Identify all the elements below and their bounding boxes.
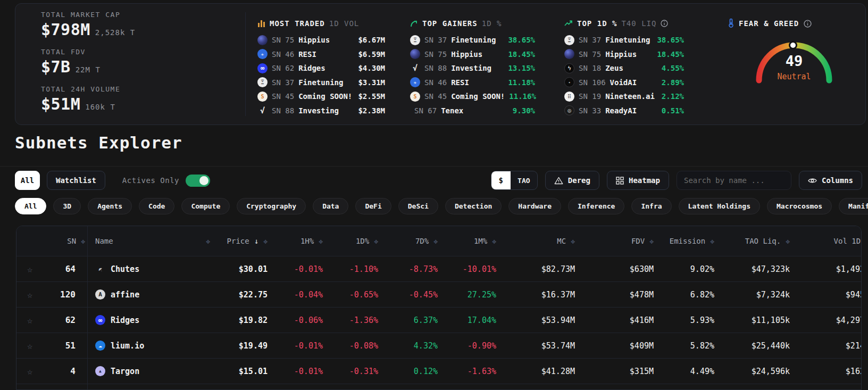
info-icon[interactable]: [661, 20, 668, 27]
category-chip-data[interactable]: Data: [313, 198, 348, 214]
star-icon[interactable]: ☆: [27, 315, 32, 326]
list-item[interactable]: SN 106VoidAI2.89%: [564, 76, 684, 90]
drag-handle-icon[interactable]: ✥: [206, 238, 210, 245]
category-chip-agents[interactable]: Agents: [88, 198, 132, 214]
category-chip-infra[interactable]: Infra: [631, 198, 671, 214]
category-chip-code[interactable]: Code: [139, 198, 174, 214]
table-row[interactable]: ☆ 51 lium.io $19.49 -0.01% -0.08% 4.32% …: [16, 333, 861, 358]
heatmap-label: Heatmap: [629, 176, 660, 185]
list-item[interactable]: SN 46RESI11.18%: [410, 76, 535, 90]
col-header-1d[interactable]: 1D%: [356, 237, 369, 245]
category-chip-compute[interactable]: Compute: [181, 198, 230, 214]
subnet-volume: $4.30M: [358, 64, 385, 72]
subnet-change: 2.12%: [662, 92, 684, 101]
col-header-fdv[interactable]: FDV: [631, 237, 645, 245]
currency-tao-option[interactable]: TAO: [511, 171, 537, 189]
table-row[interactable]: ☆ 64 Chutes $30.01 -0.01% -1.10% -8.73% …: [16, 256, 861, 281]
drag-handle-icon[interactable]: ✥: [649, 238, 654, 245]
drag-handle-icon[interactable]: ✥: [374, 238, 378, 245]
category-chip-all[interactable]: All: [15, 198, 46, 214]
info-icon[interactable]: [804, 20, 812, 28]
category-chip-latent-holdings[interactable]: Latent Holdings: [679, 198, 760, 214]
currency-usd-option[interactable]: $: [491, 171, 511, 189]
resi-token-icon: [410, 77, 420, 87]
col-header-price[interactable]: Price: [227, 237, 249, 245]
table-row[interactable]: ☆ 120 affine $22.75 -0.04% -0.65% -0.45%…: [16, 281, 861, 307]
warning-triangle-icon: [554, 177, 563, 185]
search-input[interactable]: [677, 171, 791, 190]
list-item[interactable]: SN 45Coming SOON!$2.55M: [257, 89, 385, 104]
category-chip-3d[interactable]: 3D: [53, 198, 81, 214]
drag-handle-icon[interactable]: ✥: [786, 238, 790, 245]
col-header-sn[interactable]: SN: [67, 237, 76, 245]
list-item[interactable]: SN 46RESI$6.59M: [257, 47, 385, 62]
list-item[interactable]: SN 37Finetuning$3.31M: [257, 76, 385, 90]
col-header-emission[interactable]: Emission: [670, 237, 705, 245]
columns-button[interactable]: Columns: [799, 171, 862, 190]
columns-label: Columns: [822, 176, 853, 185]
col-header-name[interactable]: Name: [95, 237, 113, 245]
category-chip-manifold[interactable]: Manifold: [839, 198, 868, 214]
cell-emission: 4.49%: [661, 367, 722, 376]
col-header-1m[interactable]: 1M%: [474, 237, 487, 245]
drag-handle-icon[interactable]: ✥: [571, 238, 575, 245]
subnet-name: Hippius: [298, 36, 330, 44]
category-chip-desci[interactable]: DeSci: [398, 198, 438, 214]
sort-desc-icon[interactable]: ↓: [254, 237, 258, 245]
eye-icon: [808, 177, 817, 184]
cell-vol-1d: $162k: [797, 367, 862, 376]
list-item[interactable]: SN 33ReadyAI0.51%: [564, 104, 684, 118]
category-chip-hardware[interactable]: Hardware: [508, 198, 561, 214]
star-icon[interactable]: ☆: [27, 264, 32, 275]
subnet-volume: $6.59M: [358, 50, 385, 59]
list-item[interactable]: SN 62Ridges$4.30M: [257, 61, 385, 76]
col-header-tao-liq[interactable]: TAO Liq.: [745, 237, 781, 245]
list-item[interactable]: SN 88Investing13.15%: [410, 61, 535, 76]
subnet-id: SN 62: [272, 64, 294, 72]
subnet-change: 11.16%: [509, 92, 536, 101]
list-item[interactable]: SN 19Nineteen.ai2.12%: [564, 89, 684, 104]
list-item[interactable]: SN 67Tenex9.30%: [410, 104, 535, 118]
subnet-id: SN 75: [272, 36, 294, 44]
list-item[interactable]: SN 75Hippius18.45%: [410, 47, 535, 62]
cell-tao-liq: $24,596k: [722, 367, 797, 376]
drag-handle-icon[interactable]: ✥: [319, 238, 323, 245]
list-item[interactable]: SN 18Zeus4.55%: [564, 61, 684, 76]
drag-handle-icon[interactable]: ✥: [263, 238, 268, 245]
subnet-name: Finetuning: [298, 78, 343, 87]
list-item[interactable]: SN 88Investing$2.38M: [257, 104, 385, 118]
list-item[interactable]: SN 45Coming SOON!11.16%: [410, 89, 535, 104]
drag-handle-icon[interactable]: ✥: [81, 238, 85, 245]
tab-all[interactable]: All: [15, 171, 40, 190]
list-item[interactable]: SN 37Finetuning38.65%: [410, 33, 535, 47]
drag-handle-icon[interactable]: ✥: [710, 238, 714, 245]
subnet-id: SN 37: [272, 78, 294, 87]
col-header-vol-1d[interactable]: Vol 1D: [834, 237, 861, 245]
drag-handle-icon[interactable]: ✥: [433, 238, 438, 245]
col-header-mc[interactable]: MC: [557, 237, 566, 245]
list-item[interactable]: SN 75Hippius$6.67M: [257, 33, 385, 47]
category-chip-macrocosmos[interactable]: Macrocosmos: [767, 198, 832, 214]
category-chip-inference[interactable]: Inference: [568, 198, 624, 214]
subnet-name: Finetuning: [451, 36, 496, 44]
dereg-button[interactable]: Dereg: [545, 171, 599, 190]
list-item[interactable]: SN 37Finetuning38.65%: [564, 33, 684, 47]
table-row[interactable]: ☆ 62 Ridges $19.82 -0.06% -1.36% 6.37% 1…: [16, 307, 861, 333]
table-row[interactable]: ☆ 4 Targon $15.01 -0.01% -0.31% 0.12% -1…: [16, 358, 861, 384]
category-chip-cryptography[interactable]: Cryptography: [237, 198, 306, 214]
col-header-7d[interactable]: 7D%: [415, 237, 429, 245]
star-icon[interactable]: ☆: [27, 366, 32, 377]
hippius-token-icon: [564, 49, 574, 59]
drag-handle-icon[interactable]: ✥: [492, 238, 496, 245]
category-chip-defi[interactable]: DeFi: [355, 198, 391, 214]
tab-watchlist[interactable]: Watchlist: [47, 171, 105, 190]
category-chip-detection[interactable]: Detection: [445, 198, 502, 214]
heatmap-button[interactable]: Heatmap: [607, 171, 669, 190]
table-row-partial[interactable]: ☆: [16, 384, 861, 390]
list-item[interactable]: SN 75Hippius18.45%: [564, 47, 684, 62]
lium-token-icon: [95, 341, 105, 351]
star-icon[interactable]: ☆: [27, 341, 32, 351]
actives-only-toggle[interactable]: [186, 175, 210, 187]
col-header-1h[interactable]: 1H%: [301, 237, 314, 245]
star-icon[interactable]: ☆: [27, 289, 32, 300]
